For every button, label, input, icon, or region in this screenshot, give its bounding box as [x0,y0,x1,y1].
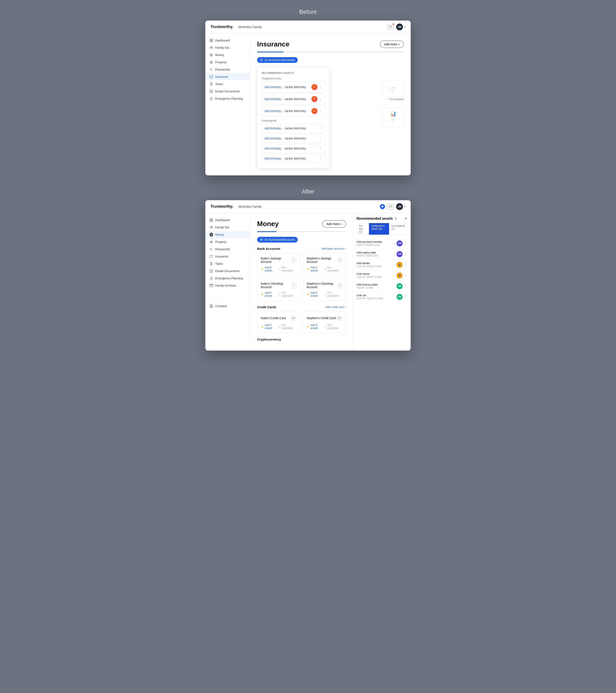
svg-rect-5 [212,41,213,42]
after-sidebar-item-contacts[interactable]: Contacts [210,303,246,310]
sidebar-item-property[interactable]: Property [205,59,250,66]
after-progress-area: 16 recommended assets [257,231,346,242]
after-recommended-badge[interactable]: 16 recommended assets [257,237,298,242]
asset-link-7[interactable]: Add birthday [264,157,281,160]
after-add-more-button[interactable]: Add more + [322,220,346,227]
after-sidebar-item-estate-docs[interactable]: Estate Documents [205,268,250,275]
file-icon [210,82,213,86]
sidebar-item-taxes[interactable]: Taxes [205,80,250,88]
after-sidebar-item-emergency[interactable]: Emergency Planning [205,275,250,282]
svg-rect-31 [212,220,213,222]
after-sidebar-item-family-ids[interactable]: Family IDs [205,224,250,231]
panel-tab-assigned-others[interactable]: Assigned to others (6) [369,223,389,235]
credit-card-icon-1 [291,315,297,321]
add-credit-card-link[interactable]: Add credit card + [325,305,346,309]
sidebar-item-emergency[interactable]: Emergency Planning [205,95,250,102]
before-avatar-btn[interactable]: JM ▾ [396,23,405,31]
rec-menu-2[interactable]: ⋮ [404,252,407,256]
list-icon [260,59,263,62]
asset-menu-2[interactable]: ⋮ [319,97,322,101]
after-taxes-label: Taxes [215,262,223,265]
prepop-icon-6 [324,325,326,328]
prepop-icon-5 [278,325,281,328]
asset-menu-1[interactable]: ⋮ [319,85,322,89]
asset-link-5[interactable]: Add birthday [264,137,281,140]
after-sidebar-item-property[interactable]: Property [205,238,250,245]
notification-badge[interactable] [380,204,385,209]
asset-menu-3[interactable]: ⋮ [319,109,322,113]
asset-row-5: Add birthday · Jackie McKinley ⋮ [262,134,325,143]
add-bank-account-link[interactable]: Add bank account + [321,247,346,250]
after-sidebar-item-dashboard[interactable]: Dashboard [205,216,250,224]
rec-menu-5[interactable]: ⋮ [404,284,407,288]
asset-link-4[interactable]: Add birthday [264,126,281,130]
after-sidebar-item-insurance[interactable]: Insurance [205,253,250,260]
sidebar-item-money[interactable]: Money [205,51,250,59]
close-panel-button[interactable]: ✕ [404,216,407,220]
after-avatar-btn[interactable]: JM ▾ [396,203,405,210]
katies-credit-assets[interactable]: ⚡ Add 5 assets [261,323,278,330]
rec-item-4: Link home Loan for Winter Cabin 👤 ⋮ [357,270,407,281]
asset-link-6[interactable]: Add birthday [264,147,281,150]
before-recommended-badge[interactable]: 12 recommended assets [257,57,298,63]
after-recommended-count: 16 recommended assets [264,238,295,241]
grid-icon [210,39,213,42]
svg-rect-60 [338,318,339,318]
panel-tab-for-you[interactable]: For you (3) [357,223,369,235]
rec-menu-3[interactable]: ⋮ [404,263,407,267]
asset-link-3[interactable]: Add birthday [264,109,281,113]
rec-menu-4[interactable]: ⋮ [404,273,407,277]
panel-tab-unassigned[interactable]: Unassigned (7) [389,223,407,235]
rec-menu-1[interactable]: ⋮ [404,241,407,245]
before-main-content: Insurance Add more + [250,33,411,175]
rec-item-1: Add account number Katie's Student Loan … [357,238,407,249]
svg-point-51 [211,305,212,306]
after-sidebar-item-taxes[interactable]: Taxes [205,260,250,268]
right-panel-title: Recommended assets i [357,217,397,220]
pre-populated-tag-1: Pre-populated [387,97,406,101]
rec-item-5: Add license plate Toyota Corolla SM ⋮ [357,281,407,292]
before-add-more-button[interactable]: Add more + [380,41,404,48]
property-label-before: Property [215,61,226,64]
katies-checking-assets[interactable]: ⚡ Add 5 assets [261,291,278,297]
after-sidebar-item-family-archives[interactable]: Family Archives [205,282,250,289]
info-icon[interactable]: i [394,217,397,220]
katies-savings-assets[interactable]: ⚡ Add 5 assets [261,266,278,272]
sidebar-item-estate-docs[interactable]: Estate Documents [205,88,250,95]
contacts-icon [210,304,213,308]
sidebar-item-insurance[interactable]: Insurance [205,73,250,80]
stephens-checking-assets[interactable]: ⚡ Add 5 assets [306,291,324,297]
asset-link-2[interactable]: Add birthday [264,97,281,101]
stephens-credit-assets[interactable]: ⚡ Add 5 assets [306,323,324,330]
browser-icon[interactable] [388,24,394,30]
right-panel-header: Recommended assets i ✕ [357,216,407,220]
before-avatar: JM [396,23,403,31]
alert-icon [210,97,213,100]
after-alert-icon [210,277,213,280]
credit-cards-header: Credit Cards Add credit card + [257,305,346,309]
after-family-archives-label: Family Archives [215,284,236,287]
after-page-header: Money Add more + [257,220,346,228]
after-sidebar-item-passwords[interactable]: Passwords [205,245,250,253]
after-browser-icon[interactable] [388,204,394,210]
rec-menu-6[interactable]: ⋮ [404,295,407,299]
sidebar-item-passwords[interactable]: Passwords [205,66,250,73]
panel-title: RECOMMENDED ASSETS [262,72,325,74]
stephens-savings-name: Stephen's Savings Account [306,257,337,263]
stephens-savings-assets[interactable]: ⚡ Add 5 assets [306,266,324,272]
asset-menu-7[interactable]: ⋮ [319,156,322,160]
asset-menu-5[interactable]: ⋮ [319,136,322,140]
before-chevron-icon: ▾ [404,25,405,28]
sidebar-item-family-ids[interactable]: Family IDs [205,44,250,51]
asset-menu-6[interactable]: ⋮ [319,146,322,150]
after-sidebar-item-money[interactable]: Money [205,231,250,238]
rec-sub-4: Loan for Winter Cabin [357,276,397,278]
sidebar-item-dashboard[interactable]: Dashboard [205,37,250,44]
assigned-label: Assigned to you [262,77,325,80]
katies-savings-card: Katie's Savings Account $ ⚡ Add 5 assets [257,253,300,276]
asset-link-1[interactable]: Add birthday [264,85,281,89]
asset-row-6: Add birthday · Jackie McKinley ⋮ [262,144,325,153]
svg-rect-10 [211,63,212,63]
after-users-icon [210,226,213,229]
asset-menu-4[interactable]: ⋮ [319,126,322,130]
